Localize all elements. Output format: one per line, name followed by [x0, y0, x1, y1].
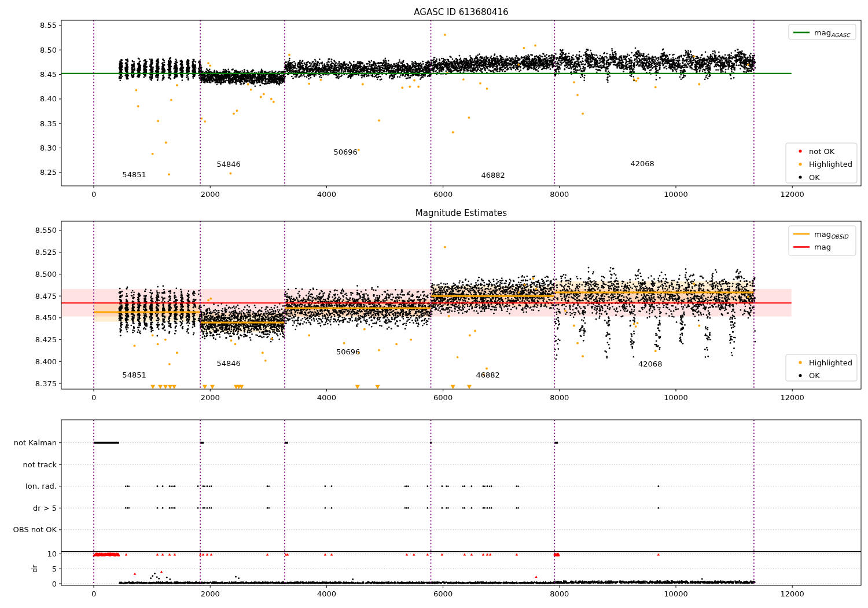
x-tick-label: 2000	[201, 190, 220, 199]
x-tick-label: 10000	[664, 589, 687, 598]
legend-entry-label: not OK	[809, 147, 835, 156]
y-tick-label: 8.25	[40, 168, 57, 177]
obsid-label: 42068	[630, 159, 654, 168]
y-tick-label: 8.55	[40, 21, 57, 30]
x-tick-label: 10000	[664, 190, 687, 199]
x-tick-label: 12000	[781, 393, 804, 402]
axis-frame	[61, 420, 861, 585]
y-tick-label: 8.40	[40, 94, 57, 103]
top-plot-title: AGASC ID 613680416	[414, 7, 508, 17]
axis-frame	[61, 20, 861, 186]
legend-entry-label: Highlighted	[809, 160, 852, 169]
flag-row-label: Ion. rad.	[25, 482, 57, 490]
x-tick-label: 8000	[550, 190, 569, 199]
axis-frame	[61, 221, 861, 389]
obsid-label: 50696	[333, 148, 357, 156]
legend-entry-label: Highlighted	[809, 358, 852, 367]
x-tick-label: 12000	[781, 190, 804, 199]
legend-dot-sample	[799, 374, 801, 377]
x-tick-label: 12000	[781, 589, 804, 598]
obsid-label: 46882	[481, 171, 505, 180]
y-tick-label: 8.45	[40, 70, 57, 79]
flag-row-label: not track	[23, 460, 57, 469]
middle-plot-title: Magnitude Estimates	[415, 208, 507, 218]
x-tick-label: 0	[91, 589, 96, 598]
x-tick-label: 0	[91, 393, 96, 402]
x-tick-label: 4000	[317, 190, 336, 199]
legend-dot-sample	[799, 175, 801, 178]
obsid-label: 42068	[638, 360, 662, 368]
dr-axis-label: dr	[30, 565, 39, 573]
figure: AGASC ID 613680416 Magnitude Estimates 0…	[0, 0, 868, 608]
y-tick-label: 8.50	[40, 46, 57, 54]
legend-dot-sample	[799, 361, 801, 364]
y-tick-label: 8.35	[40, 119, 57, 128]
y-tick-label: 8.525	[35, 248, 57, 257]
x-tick-label: 4000	[317, 589, 336, 598]
dr-tick-label: 10	[47, 550, 57, 558]
y-tick-label: 8.550	[35, 226, 57, 235]
legend-entry-label: OK	[809, 371, 820, 380]
x-tick-label: 6000	[433, 393, 453, 402]
x-tick-label: 2000	[201, 393, 220, 402]
x-tick-label: 2000	[201, 589, 220, 598]
legend-entry-label: OK	[809, 173, 820, 182]
y-tick-label: 8.500	[35, 270, 57, 279]
dr-tick-label: 0	[52, 580, 57, 588]
obsid-label: 54846	[216, 359, 240, 368]
obsid-label: 46882	[476, 371, 499, 379]
x-tick-label: 8000	[550, 589, 569, 598]
y-tick-label: 8.375	[35, 379, 57, 388]
x-tick-label: 4000	[317, 393, 336, 402]
y-tick-label: 8.425	[35, 335, 57, 344]
obsid-label: 54851	[122, 170, 146, 179]
flag-row-label: OBS not OK	[13, 525, 57, 534]
obsid-label: 54846	[216, 160, 240, 169]
x-tick-label: 0	[91, 190, 96, 199]
dr-tick-label: 5	[52, 565, 57, 573]
x-tick-label: 8000	[550, 393, 569, 402]
chart-overlay: AGASC ID 613680416 Magnitude Estimates 0…	[0, 0, 868, 608]
y-tick-label: 8.400	[35, 357, 57, 366]
flag-row-label: not Kalman	[14, 438, 57, 447]
obsid-label: 50696	[336, 347, 360, 356]
flag-row-label: dr > 5	[33, 504, 57, 512]
y-tick-label: 8.450	[35, 313, 57, 322]
x-tick-label: 10000	[664, 393, 687, 402]
legend-dot-sample	[799, 163, 801, 166]
x-tick-label: 6000	[433, 589, 453, 598]
y-tick-label: 8.475	[35, 292, 57, 301]
y-tick-label: 8.30	[40, 144, 57, 152]
obsid-label: 54851	[122, 371, 146, 379]
x-tick-label: 6000	[433, 190, 453, 199]
legend-entry-label: mag	[814, 243, 831, 251]
legend-dot-sample	[799, 149, 801, 152]
